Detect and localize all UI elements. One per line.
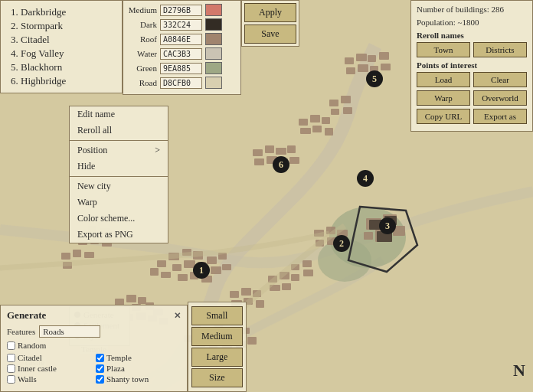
color-hex[interactable]: CAC3B3 <box>160 48 202 60</box>
color-label: Green <box>126 64 157 73</box>
svg-rect-69 <box>282 283 291 290</box>
svg-rect-32 <box>356 54 367 61</box>
random-checkbox[interactable] <box>7 341 15 350</box>
map-badge-2[interactable]: 2 <box>333 235 350 252</box>
svg-rect-18 <box>161 272 171 278</box>
city-list-item-4[interactable]: Fog Valley <box>21 47 116 60</box>
map-badge-3[interactable]: 3 <box>379 217 396 234</box>
random-checkbox-row: Random <box>7 341 181 350</box>
svg-rect-75 <box>322 117 330 124</box>
checkbox-inner-castle[interactable] <box>7 364 15 373</box>
context-menu-item[interactable]: Export as PNG <box>70 227 168 243</box>
overworld-button[interactable]: Overworld <box>473 90 527 106</box>
checkbox-plaza[interactable] <box>96 364 104 373</box>
color-hex[interactable]: D2796B <box>160 5 202 16</box>
svg-rect-60 <box>241 288 251 296</box>
city-list-item-2[interactable]: Stormpark <box>21 19 116 33</box>
compass: N <box>513 361 525 381</box>
generate-panel: Generate ✕ Features Random Citadel Templ… <box>0 305 188 392</box>
save-button[interactable]: Save <box>244 24 296 44</box>
svg-rect-41 <box>276 148 286 155</box>
city-list-item-1[interactable]: Darkbridge <box>21 5 116 19</box>
checkbox-walls[interactable] <box>7 375 15 384</box>
generate-title: Generate ✕ <box>7 309 181 322</box>
warp-button[interactable]: Warp <box>417 90 470 106</box>
color-label: Dark <box>126 20 157 29</box>
checkbox-item: Temple <box>96 353 181 362</box>
checkbox-label: Shanty town <box>106 374 149 384</box>
population-stat: Population: ~1800 <box>417 18 527 27</box>
color-panel: Medium D2796B Dark 332C24 Roof A0846E Wa… <box>123 0 241 95</box>
context-menu-item[interactable]: Edit name <box>70 106 168 122</box>
context-menu-item[interactable]: Position> <box>70 142 168 158</box>
color-hex[interactable]: A0846E <box>160 34 202 45</box>
svg-rect-17 <box>157 260 166 267</box>
color-label: Medium <box>126 5 157 15</box>
color-swatch[interactable] <box>205 18 222 31</box>
town-button[interactable]: Town <box>417 42 470 57</box>
checkbox-item: Walls <box>7 374 92 384</box>
svg-rect-79 <box>329 100 338 106</box>
features-label: Features <box>7 327 35 336</box>
svg-rect-59 <box>230 291 239 298</box>
features-row: Features <box>7 325 181 338</box>
reroll-buttons: Town Districts <box>417 42 527 57</box>
svg-rect-67 <box>291 274 299 281</box>
color-swatch[interactable] <box>205 77 222 89</box>
context-menu-item[interactable]: Color scheme... <box>70 211 168 227</box>
generate-close-icon[interactable]: ✕ <box>174 311 181 321</box>
color-swatch[interactable] <box>205 62 222 74</box>
map-badge-1[interactable]: 1 <box>193 262 210 279</box>
svg-rect-35 <box>346 67 355 74</box>
context-menu-item[interactable]: Reroll all <box>70 122 168 139</box>
svg-rect-39 <box>253 149 263 156</box>
map-badge-6[interactable]: 6 <box>273 156 289 173</box>
checkbox-citadel[interactable] <box>7 354 15 362</box>
city-list-item-3[interactable]: Citadel <box>21 33 116 47</box>
map-badge-4[interactable]: 4 <box>357 170 374 187</box>
map-badge-5[interactable]: 5 <box>366 70 383 87</box>
checkbox-shanty-town[interactable] <box>96 375 104 384</box>
load-button[interactable]: Load <box>417 72 470 87</box>
medium-button[interactable]: Medium <box>191 327 243 346</box>
color-swatch[interactable] <box>205 47 222 60</box>
svg-rect-30 <box>364 232 373 240</box>
points-label: Points of interest <box>417 60 527 70</box>
copy-url-button[interactable]: Copy URL <box>417 109 470 124</box>
warp-overworld-buttons: Warp Overworld <box>417 90 527 106</box>
color-hex[interactable]: D8CFB0 <box>160 77 202 89</box>
svg-rect-74 <box>310 115 320 122</box>
export-as-button[interactable]: Export as <box>473 109 527 124</box>
svg-rect-81 <box>331 109 339 115</box>
checkbox-item: Inner castle <box>7 364 92 373</box>
context-menu-item[interactable]: New city <box>70 178 168 194</box>
color-swatch[interactable] <box>205 4 222 16</box>
apply-button[interactable]: Apply <box>244 3 296 22</box>
svg-rect-78 <box>325 128 333 136</box>
size-button[interactable]: Size <box>191 368 243 387</box>
checkbox-temple[interactable] <box>96 354 104 362</box>
context-menu-item[interactable]: Hide <box>70 158 168 175</box>
context-menu: Edit nameReroll allPosition>HideNew city… <box>69 106 168 243</box>
clear-button[interactable]: Clear <box>473 72 527 87</box>
buildings-stat: Number of buildings: 286 <box>417 5 527 14</box>
svg-rect-38 <box>381 64 391 70</box>
city-list-panel: DarkbridgeStormparkCitadelFog ValleyBlac… <box>0 0 123 93</box>
small-button[interactable]: Small <box>191 306 243 325</box>
color-hex[interactable]: 332C24 <box>160 19 202 31</box>
svg-rect-70 <box>302 260 312 267</box>
color-swatch[interactable] <box>205 33 222 45</box>
color-row: Road D8CFB0 <box>126 77 237 89</box>
context-menu-item[interactable]: Warp <box>70 194 168 211</box>
apply-save-panel: Apply Save <box>241 0 299 47</box>
svg-rect-80 <box>341 96 351 103</box>
svg-rect-10 <box>207 256 217 264</box>
color-hex[interactable]: 9EA885 <box>160 63 202 74</box>
svg-rect-31 <box>345 57 354 64</box>
svg-rect-12 <box>211 266 221 274</box>
districts-button[interactable]: Districts <box>473 42 527 57</box>
features-input[interactable] <box>39 325 100 338</box>
large-button[interactable]: Large <box>191 348 243 367</box>
city-list-item-6[interactable]: Highbridge <box>21 74 116 88</box>
city-list-item-5[interactable]: Blackhorn <box>21 60 116 74</box>
